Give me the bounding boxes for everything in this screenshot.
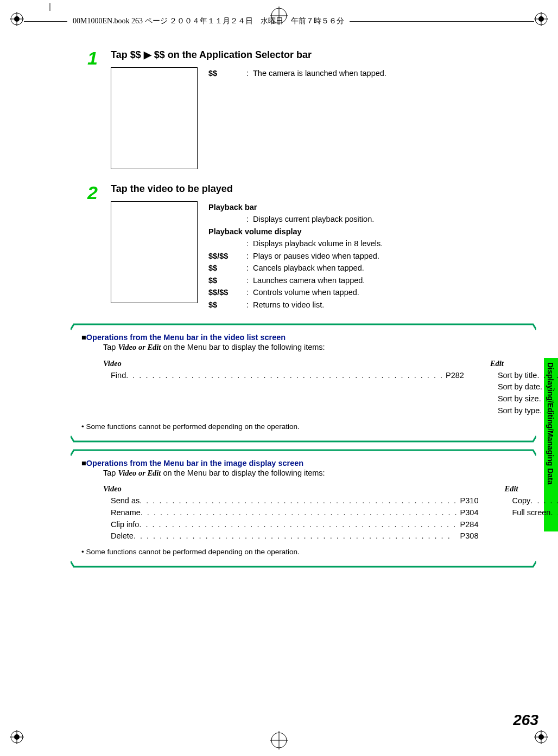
icon-def-text: Plays or pauses video when tapped. bbox=[253, 250, 383, 262]
toc-item: DeleteP308 bbox=[111, 530, 478, 542]
manual-page: 00M1000EN.book 263 ページ ２００４年１１月２４日 水曜日 午… bbox=[0, 0, 558, 756]
step-1: 1 Tap $$ ▶ $$ on the Application Selecto… bbox=[81, 49, 536, 180]
toc-item: Clip infoP284 bbox=[111, 519, 478, 531]
icon-def-text: Displays playback volume in 8 levels. bbox=[253, 238, 383, 249]
toc-item: Sort by titleP309 bbox=[498, 370, 558, 382]
step-2-number: 2 bbox=[81, 183, 98, 314]
toc-page: P304 bbox=[458, 507, 479, 519]
tap-line-pre: Tap bbox=[103, 343, 118, 351]
info-box-note: Some functions cannot be performed depen… bbox=[81, 422, 536, 431]
toc-dots bbox=[550, 507, 558, 519]
icon-def-label bbox=[208, 238, 246, 249]
icon-def-row: $$ : Cancels playback when tapped. bbox=[208, 262, 383, 274]
info-box-title: ■Operations from the Menu bar in the vid… bbox=[81, 333, 536, 342]
info-box-video-list: ■Operations from the Menu bar in the vid… bbox=[81, 326, 536, 440]
step-2: 2 Tap the video to be played Playback ba… bbox=[81, 183, 536, 314]
toc-label: Clip info bbox=[111, 519, 139, 531]
crop-target-br bbox=[534, 730, 548, 744]
icon-def-colon: : bbox=[246, 250, 253, 262]
toc-dots bbox=[530, 495, 558, 507]
toc-item: Sort by dateP309 bbox=[498, 381, 558, 393]
box-top-rule bbox=[71, 449, 536, 457]
toc-dots bbox=[539, 393, 558, 405]
toc-page: P308 bbox=[458, 530, 479, 542]
playback-bar-subhead: Playback bar bbox=[208, 201, 383, 213]
crop-target-tl bbox=[10, 12, 24, 26]
toc-label: Sort by type bbox=[498, 405, 540, 417]
content-area: 1 Tap $$ ▶ $$ on the Application Selecto… bbox=[81, 49, 536, 565]
icon-def-colon: : bbox=[246, 238, 253, 249]
box-bottom-rule bbox=[71, 435, 536, 443]
toc-item: Sort by sizeP309 bbox=[498, 393, 558, 405]
icon-def-row: $$ : Returns to video list. bbox=[208, 299, 383, 311]
icon-def-label: $$/$$ bbox=[208, 250, 246, 262]
step-1-icon-defs: $$ : The camera is launched when tapped. bbox=[208, 67, 386, 180]
crop-target-bl bbox=[10, 730, 24, 744]
toc-dots bbox=[537, 370, 558, 382]
icon-def-colon: : bbox=[246, 299, 253, 311]
crop-target-tr bbox=[534, 12, 548, 26]
icon-def-label: $$ bbox=[208, 299, 246, 311]
icon-def-row: : Displays playback volume in 8 levels. bbox=[208, 238, 383, 249]
step-2-title: Tap the video to be played bbox=[111, 183, 536, 195]
toc-dots bbox=[126, 370, 443, 382]
toc-dots bbox=[540, 405, 558, 417]
print-header-text: 00M1000EN.book 263 ページ ２００４年１１月２４日 水曜日 午… bbox=[73, 16, 344, 26]
toc-page: P310 bbox=[458, 495, 479, 507]
toc-page: P282 bbox=[443, 370, 464, 382]
toc-item: Send asP310 bbox=[111, 495, 478, 507]
step-1-number: 1 bbox=[81, 49, 98, 180]
icon-def-row: : Displays current playback position. bbox=[208, 213, 383, 225]
icon-def-text: Cancels playback when tapped. bbox=[253, 262, 383, 274]
tap-line-post: on the Menu bar to display the following… bbox=[161, 469, 325, 477]
toc-dots bbox=[140, 495, 458, 507]
col-video-head: Video bbox=[103, 358, 464, 370]
info-box-tap-line: Tap Video or Edit on the Menu bar to dis… bbox=[103, 342, 536, 354]
toc-item: Sort by typeP309 bbox=[498, 405, 558, 417]
info-box-tap-line: Tap Video or Edit on the Menu bar to dis… bbox=[103, 467, 536, 479]
icon-def-label: $$ bbox=[208, 274, 246, 286]
info-box-title: ■Operations from the Menu bar in the ima… bbox=[81, 459, 536, 467]
icon-def-text: The camera is launched when tapped. bbox=[253, 67, 386, 79]
toc-label: Rename bbox=[111, 507, 141, 519]
toc-item: FindP282 bbox=[111, 370, 464, 382]
tap-line-pre: Tap bbox=[103, 469, 118, 477]
icon-def-text: Returns to video list. bbox=[253, 299, 383, 311]
crop-l-mark bbox=[45, 3, 55, 14]
toc-label: Send as bbox=[111, 495, 140, 507]
tap-line-post: on the Menu bar to display the following… bbox=[161, 343, 325, 351]
crop-cross-top bbox=[270, 7, 288, 25]
icon-def-row: $$/$$ : Plays or pauses video when tappe… bbox=[208, 250, 383, 262]
toc-item: CopyP305 bbox=[512, 495, 558, 507]
step-2-icon-defs: Playback bar : Displays current playback… bbox=[208, 201, 383, 314]
icon-def-row: $$ : Launches camera when tapped. bbox=[208, 274, 383, 286]
toc-dots bbox=[540, 381, 558, 393]
toc-label: Sort by date bbox=[498, 381, 540, 393]
toc-label: Sort by title bbox=[498, 370, 537, 382]
toc-item: Full screenP309 bbox=[512, 507, 558, 519]
toc-dots bbox=[134, 530, 458, 542]
col-video: Video FindP282 bbox=[103, 358, 464, 417]
tap-line-em: Video or Edit bbox=[118, 469, 161, 477]
toc-item: RenameP304 bbox=[111, 507, 478, 519]
icon-def-text: Controls volume when tapped. bbox=[253, 286, 383, 298]
toc-page: P284 bbox=[458, 519, 479, 531]
page-number: 263 bbox=[513, 712, 538, 729]
icon-def-colon: : bbox=[246, 213, 253, 225]
col-video-head: Video bbox=[103, 483, 478, 495]
info-box-note: Some functions cannot be performed depen… bbox=[81, 548, 536, 556]
toc-label: Find bbox=[111, 370, 126, 382]
icon-def-text: Launches camera when tapped. bbox=[253, 274, 383, 286]
icon-def-label: $$/$$ bbox=[208, 286, 246, 298]
triangle-icon: ▶ bbox=[144, 49, 151, 61]
toc-label: Sort by size bbox=[498, 393, 539, 405]
screenshot-placeholder-2 bbox=[111, 201, 198, 303]
col-edit: Edit CopyP305 Full screenP309 bbox=[504, 483, 558, 542]
toc-label: Delete bbox=[111, 530, 134, 542]
col-edit-head: Edit bbox=[490, 358, 558, 370]
playback-volume-subhead: Playback volume display bbox=[208, 226, 383, 238]
icon-def-row: $$/$$ : Controls volume when tapped. bbox=[208, 286, 383, 298]
icon-def-row: $$ : The camera is launched when tapped. bbox=[208, 67, 386, 79]
icon-def-label: $$ bbox=[208, 67, 246, 79]
square-bullet-icon: ■ bbox=[81, 459, 86, 467]
